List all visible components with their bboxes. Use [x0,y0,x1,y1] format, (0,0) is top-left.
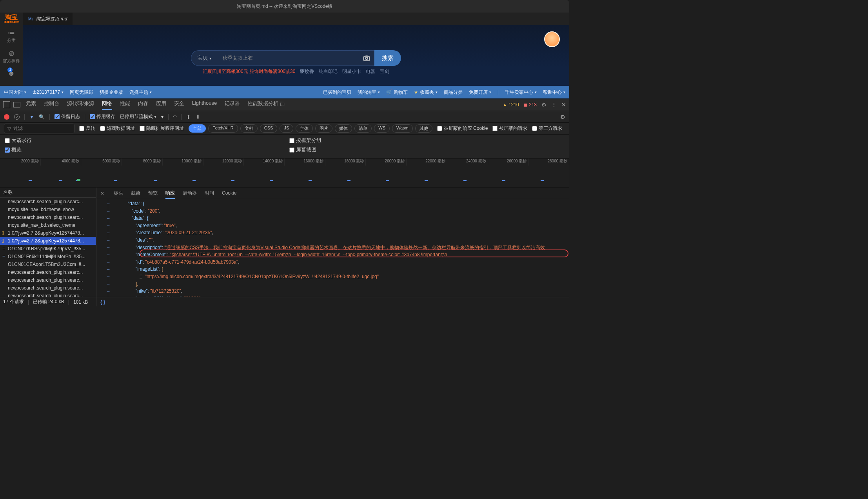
error-count[interactable]: ◼ 213 [524,102,537,107]
type-filter-JS[interactable]: JS [280,124,293,133]
more-throttle-icon[interactable]: ▾ [161,114,163,120]
type-filter-CSS[interactable]: CSS [260,124,278,133]
devtools-tab-内存[interactable]: 内存 [138,100,148,110]
devtools-tab-性能数据分析[interactable]: 性能数据分析 ⬚ [248,100,285,110]
blocked-req-checkbox[interactable]: 被屏蔽的请求 [492,125,527,132]
detail-tab-载荷[interactable]: 载荷 [131,190,140,196]
hide-data-urls-checkbox[interactable]: 隐藏数据网址 [100,125,135,132]
request-row[interactable]: ≔O1CN01Fn6k111dMj9LMorPh_!!35... [0,253,96,260]
camera-search-icon[interactable] [359,50,374,66]
request-row[interactable]: newpcsearch.search_plugin.searc... [0,198,96,206]
nav-enterprise[interactable]: 切换企业版 [100,89,123,96]
nav-favorites[interactable]: ★收藏夹▾ [414,89,438,96]
throttle-dropdown[interactable]: 已停用节流模式 ▾ [120,113,156,120]
type-filter-清单[interactable]: 清单 [354,124,372,133]
hot-promo[interactable]: 汇聚四川至高领300元 服饰时尚每满300减30 [203,68,296,75]
blocked-cookie-checkbox[interactable]: 被屏蔽的响应 Cookie [437,125,488,132]
type-filter-全部[interactable]: 全部 [189,124,206,133]
filter-icon[interactable]: ▼ [29,114,34,120]
clear-icon[interactable] [14,114,20,120]
search-button[interactable]: 搜索 [374,50,401,66]
request-row[interactable]: moyu.site_nav_bd.select_theme [0,221,96,229]
hide-ext-urls-checkbox[interactable]: 隐藏扩展程序网址 [140,125,184,132]
user-avatar[interactable] [544,31,560,47]
type-filter-图片[interactable]: 图片 [315,124,332,133]
type-filter-媒体[interactable]: 媒体 [335,124,352,133]
request-row[interactable]: {}1.0/?jsv=2.7.2&appKey=12574478... [0,237,96,245]
sidebar-item-category[interactable]: ≔ 分类 [7,29,16,44]
close-devtools-icon[interactable]: ✕ [561,102,566,108]
filter-input[interactable]: ▽ 过滤 [4,124,74,133]
hot-keyword[interactable]: 纯白印记 [319,68,338,75]
type-filter-WS[interactable]: WS [374,124,390,133]
wifi-icon[interactable]: ⌔ [173,114,176,120]
devtools-tab-性能[interactable]: 性能 [120,100,130,110]
devtools-tab-安全[interactable]: 安全 [174,100,184,110]
type-filter-字体[interactable]: 字体 [296,124,313,133]
screenshot-checkbox[interactable]: 屏幕截图 [289,146,565,153]
devtools-tab-Lighthouse[interactable]: Lighthouse [192,100,217,110]
nav-seller[interactable]: 千牛卖家中心▾ [505,89,537,96]
invert-checkbox[interactable]: 反转 [79,125,95,132]
detail-tab-响应[interactable]: 响应 [165,190,175,199]
nav-accessibility[interactable]: 网页无障碍 [70,89,93,96]
close-detail-icon[interactable]: ✕ [100,191,104,196]
detail-tab-标头[interactable]: 标头 [114,190,123,196]
detail-tab-时间[interactable]: 时间 [205,190,214,196]
type-filter-Fetch/XHR[interactable]: Fetch/XHR [208,124,238,133]
request-row[interactable]: ≔O1CN01rKRSsj1dMj9K79pVV_!!35... [0,245,96,253]
request-row[interactable]: newpcsearch.search_plugin.searc... [0,292,96,297]
hot-keyword[interactable]: 电器 [366,68,375,75]
search-icon[interactable]: 🔍 [39,114,45,120]
upload-icon[interactable]: ⬆ [186,114,191,120]
request-row[interactable]: moyu.site_nav_bd.theme_show [0,206,96,213]
response-json-view[interactable]: – "data": {– "code": "200",– "data": {– … [96,199,569,297]
devtools-tab-应用[interactable]: 应用 [156,100,166,110]
detail-tab-启动器[interactable]: 启动器 [183,190,197,196]
request-row[interactable]: newpcsearch.search_plugin.searc... [0,276,96,284]
device-toolbar-icon[interactable] [13,102,20,107]
disable-cache-checkbox[interactable]: 停用缓存 [90,113,115,120]
request-row[interactable]: newpcsearch.search_plugin.searc... [0,213,96,221]
type-filter-Wasm[interactable]: Wasm [392,124,413,133]
nav-theme[interactable]: 选择主题▾ [129,89,152,96]
group-by-frame-checkbox[interactable]: 按框架分组 [289,137,565,144]
network-settings-icon[interactable]: ⚙ [560,114,565,120]
more-icon[interactable]: ⋮ [551,102,557,108]
nav-openstore[interactable]: 免费开店▾ [469,89,491,96]
nav-help[interactable]: 帮助中心▾ [543,89,565,96]
settings-icon[interactable]: ⚙ [541,102,547,108]
request-row[interactable]: O1CN01CEAqor1T5Bm2U3Ccm_!!... [0,260,96,268]
overview-checkbox[interactable]: 概览 [5,146,280,153]
preserve-log-checkbox[interactable]: 保留日志 [54,113,80,120]
devtools-tab-源代码/来源[interactable]: 源代码/来源 [67,100,94,110]
detail-tab-预览[interactable]: 预览 [148,190,158,196]
network-timeline[interactable]: 2000 毫秒4000 毫秒6000 毫秒8000 毫秒10000 毫秒1200… [0,158,569,188]
nav-mytaobao[interactable]: 我的淘宝▾ [358,89,380,96]
devtools-tab-元素[interactable]: 元素 [26,100,36,110]
hot-keyword[interactable]: 明星小卡 [342,68,361,75]
large-rows-checkbox[interactable]: 大请求行 [5,137,280,144]
sidebar-item-plugins[interactable]: ⎚ 官方插件 [3,49,20,64]
type-filter-其他[interactable]: 其他 [415,124,432,133]
nav-cart[interactable]: 🛒 购物车 [386,89,408,96]
nav-bought[interactable]: 已买到的宝贝 [323,89,351,96]
nav-user[interactable]: tb231370177▾ [33,89,64,95]
request-row[interactable]: {}1.0/?jsv=2.7.2&appKey=12574478... [0,229,96,237]
hot-keyword[interactable]: 宝剑 [380,68,389,75]
inspect-element-icon[interactable] [3,101,10,108]
devtools-tab-网络[interactable]: 网络 [102,100,112,110]
type-filter-文档[interactable]: 文档 [240,124,258,133]
hot-keyword[interactable]: 驱蚊香 [300,68,314,75]
download-icon[interactable]: ⬇ [196,114,200,120]
request-row[interactable]: newpcsearch.search_plugin.searc... [0,284,96,292]
search-input[interactable]: 秋季女款上衣 [218,50,359,66]
sidebar-item-account[interactable]: ☻ [8,69,15,78]
request-row[interactable]: newpcsearch.search_plugin.searc... [0,268,96,276]
devtools-tab-记录器[interactable]: 记录器 [225,100,240,110]
nav-region[interactable]: 中国大陆▾ [4,89,26,96]
nav-categories[interactable]: 商品分类 [444,89,463,96]
third-party-checkbox[interactable]: 第三方请求 [532,125,562,132]
warning-count[interactable]: ▲ 1210 [503,102,519,107]
detail-tab-Cookie[interactable]: Cookie [222,190,236,196]
